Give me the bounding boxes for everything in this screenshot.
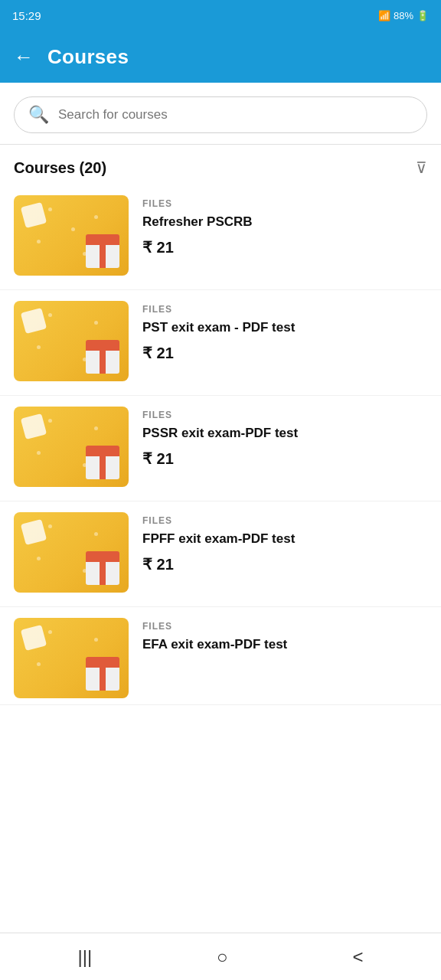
course-type: FILES: [142, 410, 427, 420]
back-button[interactable]: ←: [14, 45, 34, 69]
search-icon: 🔍: [28, 105, 49, 125]
course-thumbnail: [14, 407, 129, 487]
courses-section: Courses (20) ⊽: [0, 145, 441, 933]
back-nav-button[interactable]: <: [338, 940, 379, 974]
battery-level: 88%: [394, 10, 413, 21]
course-type: FILES: [142, 198, 427, 209]
course-thumbnail: [14, 195, 129, 276]
course-price: ₹ 21: [142, 449, 427, 468]
course-name: FPFF exit exam-PDF test: [142, 531, 427, 547]
courses-count: Courses (20): [14, 159, 106, 177]
course-thumbnail: [14, 618, 129, 698]
course-name: EFA exit exam-PDF test: [142, 636, 427, 653]
status-time: 15:29: [12, 9, 41, 22]
course-price: ₹ 21: [142, 344, 427, 362]
menu-button[interactable]: |||: [62, 940, 107, 974]
course-type: FILES: [142, 515, 427, 526]
status-right: 📶 88% 🔋: [378, 10, 429, 21]
search-input[interactable]: [58, 107, 413, 122]
status-bar: 15:29 📶 88% 🔋: [0, 0, 441, 31]
list-item[interactable]: FILES EFA exit exam-PDF test: [0, 607, 441, 705]
course-info: FILES Refresher PSCRB ₹ 21: [142, 195, 427, 256]
list-item[interactable]: FILES FPFF exit exam-PDF test ₹ 21: [0, 501, 441, 607]
course-info: FILES FPFF exit exam-PDF test ₹ 21: [142, 512, 427, 573]
search-container: 🔍: [0, 83, 441, 144]
course-name: PST exit exam - PDF test: [142, 319, 427, 336]
list-item[interactable]: FILES Refresher PSCRB ₹ 21: [0, 185, 441, 290]
list-item[interactable]: FILES PSSR exit exam-PDF test ₹ 21: [0, 396, 441, 501]
course-type: FILES: [142, 304, 427, 315]
course-name: PSSR exit exam-PDF test: [142, 425, 427, 442]
battery-icon: 🔋: [416, 10, 429, 21]
course-type: FILES: [142, 621, 427, 632]
list-item[interactable]: FILES PST exit exam - PDF test ₹ 21: [0, 290, 441, 396]
bottom-nav: ||| ○ <: [0, 933, 441, 980]
signal-icon: 📶: [378, 10, 390, 21]
page-title: Courses: [47, 45, 129, 69]
course-thumbnail: [14, 301, 129, 381]
course-list: FILES Refresher PSCRB ₹ 21: [0, 185, 441, 705]
filter-icon[interactable]: ⊽: [416, 158, 427, 177]
course-price: ₹ 21: [142, 555, 427, 573]
search-bar[interactable]: 🔍: [14, 96, 427, 133]
course-price: ₹ 21: [142, 238, 427, 256]
course-name: Refresher PSCRB: [142, 214, 427, 230]
header: ← Courses: [0, 31, 441, 83]
course-info: FILES PST exit exam - PDF test ₹ 21: [142, 301, 427, 362]
course-info: FILES EFA exit exam-PDF test: [142, 618, 427, 661]
course-info: FILES PSSR exit exam-PDF test ₹ 21: [142, 407, 427, 468]
course-thumbnail: [14, 512, 129, 593]
courses-header: Courses (20) ⊽: [0, 145, 441, 185]
home-button[interactable]: ○: [201, 940, 243, 974]
